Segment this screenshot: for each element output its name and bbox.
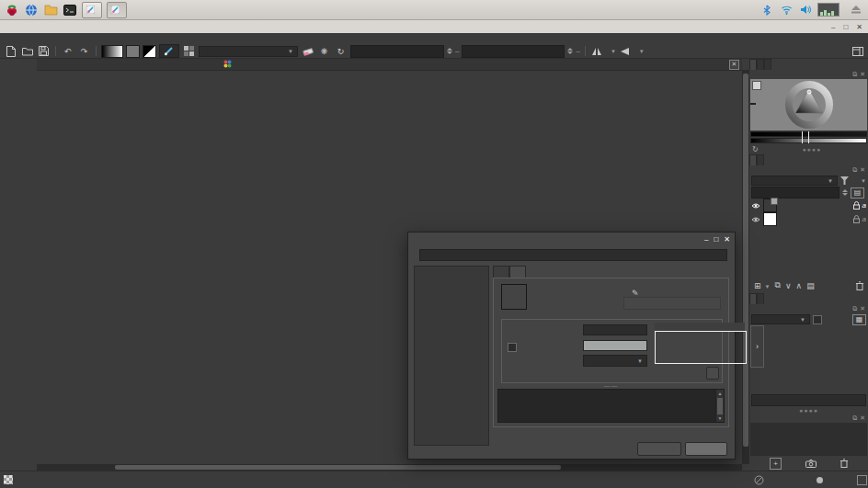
type-simplex-noise[interactable]: [415, 307, 488, 317]
tab-options[interactable]: [509, 266, 526, 278]
reload-preset-button[interactable]: ↻: [334, 45, 348, 57]
selection-display-icon[interactable]: [4, 475, 13, 484]
eraser-mode-button[interactable]: [301, 45, 314, 57]
opacity-slider[interactable]: [350, 45, 444, 58]
layer-properties-button[interactable]: ▤: [806, 281, 815, 290]
tab-tool-options[interactable]: [757, 59, 764, 70]
opacity-decrement[interactable]: –: [455, 47, 459, 55]
float-docker-icon[interactable]: ⧉: [852, 414, 857, 423]
layer-row-layer1[interactable]: a: [749, 199, 868, 212]
maximize-button[interactable]: □: [843, 23, 848, 31]
delete-layer-trash-icon[interactable]: [856, 281, 863, 290]
workspace-chooser-button[interactable]: [851, 45, 864, 57]
duplicate-layer-button[interactable]: ⧉: [775, 280, 781, 290]
cpu-monitor[interactable]: [817, 3, 839, 17]
open-document-button[interactable]: [20, 45, 34, 57]
gradient-marker-strip[interactable]: [655, 323, 745, 331]
script-text[interactable]: [498, 390, 724, 393]
gradient-editor-bar[interactable]: [655, 331, 747, 364]
gear-icon[interactable]: ❋: [317, 45, 331, 57]
fg-bg-color-chooser[interactable]: [143, 45, 156, 58]
float-docker-icon[interactable]: ⧉: [852, 304, 857, 313]
move-layer-down-button[interactable]: ∨: [785, 281, 792, 290]
close-docker-icon[interactable]: ✕: [860, 70, 865, 79]
filter-funnel-icon[interactable]: [840, 176, 849, 185]
save-button[interactable]: [37, 45, 51, 57]
size-spinner[interactable]: [567, 48, 573, 54]
dialog-minimize-button[interactable]: –: [704, 235, 708, 244]
eject-icon[interactable]: [849, 3, 863, 17]
ok-button[interactable]: [685, 442, 727, 456]
color-sliders[interactable]: [750, 131, 867, 143]
color-selector-widget[interactable]: [750, 79, 867, 131]
lock-icon[interactable]: [853, 215, 860, 223]
horizontal-scrollbar-thumb[interactable]: [115, 465, 561, 470]
taskbar-window-krita[interactable]: [82, 2, 102, 18]
document-close-icon[interactable]: ✕: [729, 60, 739, 70]
terminal-icon[interactable]: [63, 3, 77, 17]
script-scrollbar[interactable]: ▲ ▼: [715, 390, 724, 422]
vertical-scrollbar-thumb[interactable]: [743, 74, 748, 447]
mirror-horizontal-button[interactable]: [590, 45, 604, 57]
visibility-eye-icon[interactable]: [751, 202, 760, 210]
close-docker-icon[interactable]: ✕: [860, 304, 865, 313]
vertical-scrollbar[interactable]: [742, 70, 749, 464]
val-input[interactable]: [583, 340, 647, 351]
dialog-close-button[interactable]: ✕: [724, 235, 730, 244]
layer-thumbnail[interactable]: [763, 199, 777, 212]
zoom-mode-button[interactable]: [857, 475, 867, 485]
web-browser-icon[interactable]: [24, 3, 39, 17]
interpolation-select[interactable]: ▼: [583, 355, 647, 367]
tab-advanced-color-selector[interactable]: [749, 59, 757, 70]
new-document-button[interactable]: [4, 45, 17, 57]
type-seexpr[interactable]: [415, 297, 488, 307]
shade-slider-handle[interactable]: [750, 103, 756, 105]
brush-search-input[interactable]: [751, 394, 866, 406]
horizontal-scrollbar[interactable]: [37, 464, 742, 471]
layer-name-input[interactable]: [419, 249, 727, 261]
alpha-lock-icon[interactable]: a: [862, 201, 866, 210]
move-layer-up-button[interactable]: ∧: [796, 281, 803, 290]
brush-editor-button[interactable]: [159, 44, 179, 58]
close-button[interactable]: ✕: [856, 23, 862, 31]
layer-opacity-spinner[interactable]: [842, 189, 848, 196]
notifications-icon[interactable]: [754, 475, 764, 485]
brush-tag-filter-select[interactable]: ▼: [751, 314, 810, 324]
lock-icon[interactable]: [853, 201, 860, 210]
delete-snapshot-trash-icon[interactable]: [840, 459, 848, 468]
tag-checkbox[interactable]: [813, 315, 822, 324]
layer-thumbnail[interactable]: [763, 212, 777, 226]
script-scrollbar-thumb[interactable]: [717, 398, 723, 414]
wifi-icon[interactable]: [779, 3, 794, 17]
chevron-down-icon[interactable]: ▼: [857, 178, 866, 184]
type-pattern[interactable]: [415, 277, 488, 287]
tab-brush-preset-history[interactable]: [757, 293, 764, 304]
splitter-handle[interactable]: ●●●●: [749, 407, 868, 414]
bluetooth-icon[interactable]: [760, 3, 774, 17]
mirror-vertical-button[interactable]: [619, 45, 633, 57]
camera-icon[interactable]: [805, 460, 817, 468]
splitter-handle[interactable]: ——: [494, 382, 728, 389]
tab-brush-presets[interactable]: [749, 293, 757, 304]
create-snapshot-button[interactable]: +: [770, 458, 782, 470]
snapshot-list[interactable]: [750, 423, 867, 456]
minimize-button[interactable]: –: [831, 23, 835, 31]
cancel-button[interactable]: [637, 442, 681, 456]
variable-checkbox[interactable]: [508, 343, 517, 352]
scroll-down-icon[interactable]: ▼: [716, 415, 724, 421]
close-docker-icon[interactable]: ✕: [860, 414, 865, 423]
display-mode-icon[interactable]: ▦: [852, 314, 866, 325]
dialog-titlebar[interactable]: – □ ✕: [408, 233, 735, 245]
hue-ring-triangle[interactable]: [784, 80, 834, 130]
layer-blend-mode-select[interactable]: ▼: [751, 176, 838, 186]
size-decrement[interactable]: –: [576, 47, 579, 55]
scroll-up-icon[interactable]: ▲: [716, 391, 724, 396]
tab-script[interactable]: [493, 266, 509, 278]
volume-icon[interactable]: [798, 3, 813, 17]
type-color[interactable]: [415, 267, 488, 277]
slider-handle[interactable]: [802, 131, 809, 143]
color-history-button[interactable]: [752, 81, 761, 90]
close-docker-icon[interactable]: ✕: [860, 165, 865, 175]
layer-opacity-slider[interactable]: [751, 187, 839, 199]
file-manager-icon[interactable]: [43, 3, 58, 17]
